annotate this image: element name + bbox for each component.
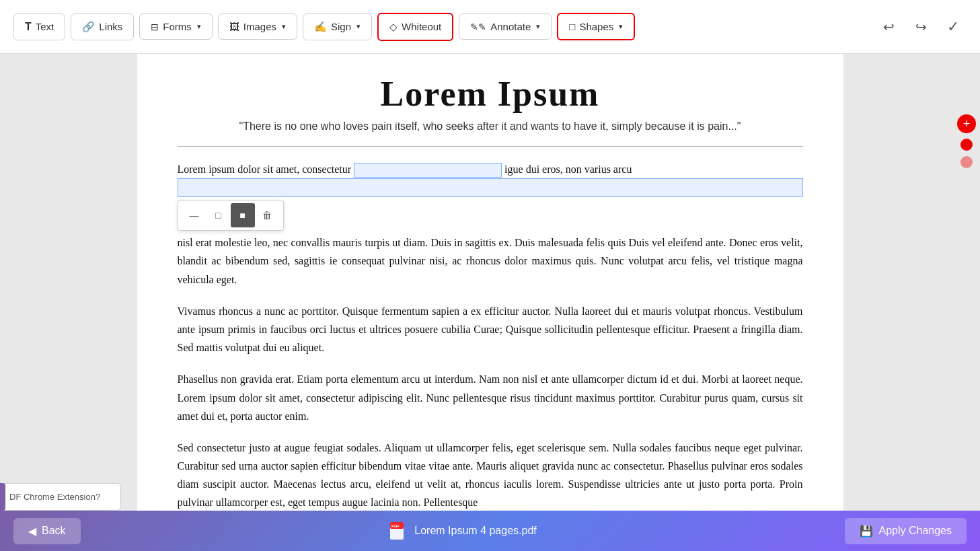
sign-chevron-icon: ▾ [356,22,361,31]
check-icon: ✓ [947,18,959,36]
paragraph2: nisl erat molestie leo, nec convallis ma… [178,233,803,289]
whiteout-button[interactable]: ◇ Whiteout [377,13,453,41]
back-arrow-icon: ◀ [28,525,36,538]
pdf-file-icon: PDF [389,521,408,540]
forms-button[interactable]: ⊟ Forms ▾ [139,13,213,40]
paragraph5: Sed consectetur justo at augue feugiat s… [178,439,803,511]
shapes-chevron-icon: ▾ [619,22,623,31]
links-label: Links [99,21,122,32]
plus-icon: + [963,118,971,130]
whiteout-label: Whiteout [402,21,441,32]
annotate-chevron-icon: ▾ [536,22,540,31]
chrome-ext-container: DF Chrome Extension? [0,483,121,511]
text-label: Text [36,21,54,32]
bottom-bar: ◀ Back PDF Lorem Ipsum 4 pages.pdf 💾 App… [0,511,980,551]
right-sidebar: + [953,108,980,168]
shapes-icon: □ [569,21,575,32]
chrome-ext-text: DF Chrome Extension? [9,492,100,502]
divider [178,146,803,147]
paragraph3: Vivamus rhoncus a nunc ac porttitor. Qui… [178,302,803,357]
text-icon: T [25,21,32,33]
forms-chevron-icon: ▾ [197,22,201,31]
undo-icon: ↩ [883,19,895,35]
apply-label: Apply Changes [878,525,952,537]
images-icon: 🖼 [229,21,239,32]
annotate-button[interactable]: ✎✎ Annotate ▾ [459,13,552,40]
back-button[interactable]: ◀ Back [13,518,81,544]
trash-icon: 🗑 [262,210,272,221]
chrome-ext-panel: DF Chrome Extension? [0,483,121,511]
paragraph-first-line: Lorem ipsum dolor sit amet, consectetur … [178,160,803,178]
whiteout-minus-button[interactable]: — [182,203,206,227]
redo-icon: ↪ [915,19,927,35]
links-button[interactable]: 🔗 Links [71,13,134,40]
file-info: PDF Lorem Ipsum 4 pages.pdf [389,521,536,540]
images-label: Images [243,21,276,32]
svg-text:PDF: PDF [391,524,400,528]
file-name: Lorem Ipsum 4 pages.pdf [414,525,536,537]
redo-button[interactable]: ↪ [907,13,934,40]
chrome-ext-tab[interactable] [0,483,5,511]
whiteout-area: Lorem ipsum dolor sit amet, consectetur … [178,160,803,231]
images-button[interactable]: 🖼 Images ▾ [218,13,297,40]
sign-label: Sign [331,21,351,32]
apply-changes-button[interactable]: 💾 Apply Changes [845,518,967,544]
toolbar: T Text 🔗 Links ⊟ Forms ▾ 🖼 Images ▾ ✍ Si… [0,0,980,54]
undo-button[interactable]: ↩ [875,13,902,40]
paragraph4: Phasellus non gravida erat. Etiam porta … [178,370,803,425]
sign-icon: ✍ [314,21,327,33]
paragraph1-end: igue dui eros, non varius arcu [504,163,632,175]
text-button[interactable]: T Text [13,13,65,40]
minus-icon: — [190,210,199,221]
save-icon: 💾 [860,525,873,538]
main-content: + Lorem Ipsum "There is no one who loves… [0,54,980,511]
back-label: Back [42,525,66,537]
annotate-icon: ✎✎ [470,22,486,32]
links-icon: 🔗 [82,21,95,33]
images-chevron-icon: ▾ [282,22,286,31]
paragraph1-start: Lorem ipsum dolor sit amet, consectetur [178,163,352,175]
pdf-page: Lorem Ipsum "There is no one who loves p… [137,54,843,511]
whiteout-mini-toolbar: — □ ■ 🗑 [178,200,284,231]
solid-box-icon: ■ [239,210,245,221]
shapes-button[interactable]: □ Shapes ▾ [557,13,635,40]
outline-box-icon: □ [215,210,221,221]
forms-label: Forms [163,21,192,32]
whiteout-outline-button[interactable]: □ [206,203,231,227]
shapes-label: Shapes [579,21,613,32]
annotate-label: Annotate [490,21,531,32]
whiteout-delete-button[interactable]: 🗑 [255,203,279,227]
pdf-title: Lorem Ipsum [178,74,803,114]
whiteout-selection-box[interactable] [178,178,803,197]
sign-button[interactable]: ✍ Sign ▾ [303,13,372,40]
pink-dot-button[interactable] [960,156,973,168]
forms-icon: ⊟ [151,22,159,32]
pdf-quote: "There is no one who loves pain itself, … [178,120,803,133]
red-dot-button[interactable] [960,139,973,151]
whiteout-solid-button[interactable]: ■ [231,203,255,227]
add-button[interactable]: + [957,114,976,133]
whiteout-icon: ◇ [389,21,398,33]
confirm-button[interactable]: ✓ [940,13,967,40]
